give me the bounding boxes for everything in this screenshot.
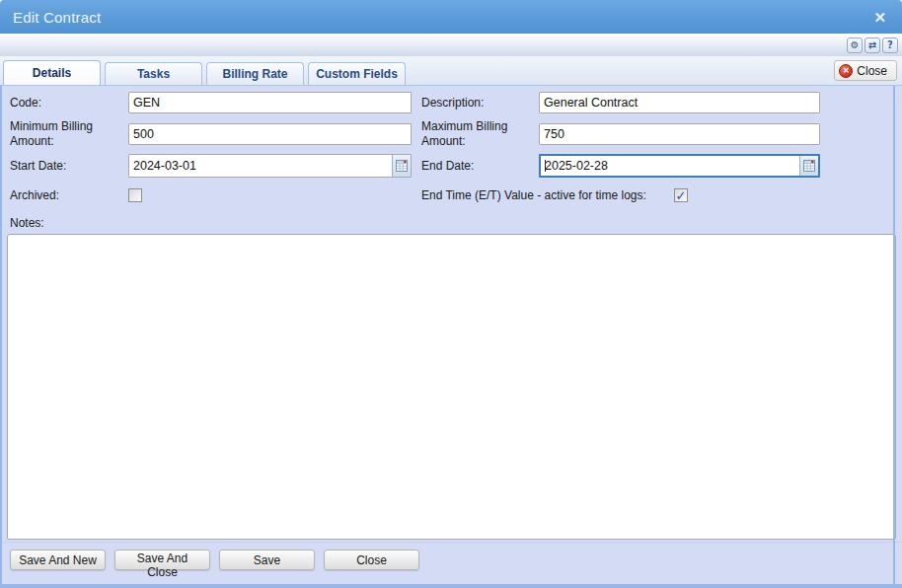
close-button-label: Close xyxy=(857,64,887,78)
end-date-field xyxy=(539,154,820,178)
edit-contract-dialog: Edit Contract ✕ ⚙ ⇄ ? Details Tasks Bill… xyxy=(0,0,902,588)
end-date-input[interactable] xyxy=(541,156,799,176)
details-panel: Code: Description: Minimum Billing Amoun… xyxy=(0,86,902,588)
footer-button-bar: Save And New Save And Close Save Close xyxy=(2,542,902,584)
notes-textarea[interactable] xyxy=(7,234,896,540)
minimum-billing-input[interactable] xyxy=(128,123,412,145)
form-row-dates: Start Date: xyxy=(2,154,902,178)
description-label: Description: xyxy=(421,96,539,110)
form-row-billing-amounts: Minimum Billing Amount: Maximum Billing … xyxy=(2,119,902,149)
refresh-icon: ⇄ xyxy=(868,40,876,50)
toolbar: ⚙ ⇄ ? xyxy=(0,34,902,56)
gear-icon: ⚙ xyxy=(851,40,860,50)
archived-checkbox[interactable] xyxy=(128,188,142,202)
end-time-label: End Time (E/T) Value - active for time l… xyxy=(421,188,664,203)
code-input[interactable] xyxy=(128,92,412,113)
save-and-new-button[interactable]: Save And New xyxy=(10,550,106,570)
start-date-input[interactable] xyxy=(129,155,392,177)
refresh-button[interactable]: ⇄ xyxy=(864,37,880,53)
form-row-code-description: Code: Description: xyxy=(2,92,902,113)
end-time-checkbox[interactable]: ✓ xyxy=(674,188,688,202)
close-circle-icon: ✕ xyxy=(839,64,853,78)
description-input[interactable] xyxy=(539,92,820,113)
gear-button[interactable]: ⚙ xyxy=(847,37,863,53)
tab-tasks[interactable]: Tasks xyxy=(105,62,202,85)
maximum-billing-label: Maximum Billing Amount: xyxy=(421,119,539,149)
tab-custom-fields[interactable]: Custom Fields xyxy=(308,62,406,85)
tab-billing-rate[interactable]: Billing Rate xyxy=(206,62,304,85)
archived-label: Archived: xyxy=(2,188,128,203)
minimum-billing-label: Minimum Billing Amount: xyxy=(2,119,128,149)
close-button-bottom[interactable]: Close xyxy=(324,550,419,570)
start-date-field xyxy=(128,154,412,178)
tab-strip: Details Tasks Billing Rate Custom Fields… xyxy=(0,56,902,86)
end-date-calendar-button[interactable] xyxy=(799,156,818,176)
help-button[interactable]: ? xyxy=(882,37,898,53)
help-icon: ? xyxy=(887,40,893,50)
end-date-label: End Date: xyxy=(421,159,539,174)
save-button[interactable]: Save xyxy=(219,550,315,570)
form-area: Code: Description: Minimum Billing Amoun… xyxy=(2,86,902,542)
start-date-calendar-button[interactable] xyxy=(392,155,411,177)
window-close-icon[interactable]: ✕ xyxy=(870,8,889,27)
notes-label: Notes: xyxy=(10,216,902,231)
start-date-label: Start Date: xyxy=(2,159,128,174)
close-button-top[interactable]: ✕ Close xyxy=(834,60,897,81)
calendar-icon xyxy=(396,160,408,172)
tab-details[interactable]: Details xyxy=(3,60,101,85)
maximum-billing-input[interactable] xyxy=(539,123,820,145)
form-row-checkboxes: Archived: End Time (E/T) Value - active … xyxy=(2,187,902,203)
save-and-close-button[interactable]: Save And Close xyxy=(114,550,210,570)
window-title: Edit Contract xyxy=(13,9,101,26)
titlebar: Edit Contract ✕ xyxy=(0,0,902,34)
code-label: Code: xyxy=(2,96,128,110)
text-caret xyxy=(545,160,546,172)
calendar-icon xyxy=(803,160,815,172)
